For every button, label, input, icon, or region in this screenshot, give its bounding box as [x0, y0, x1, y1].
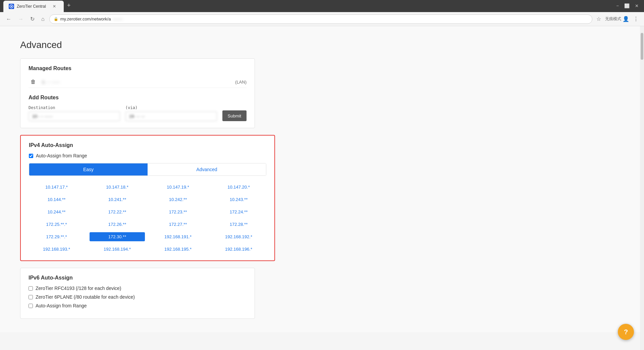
route-tag: (LAN) [235, 80, 247, 85]
managed-routes-card: Managed Routes 🗑 1·· ·· ······· (LAN) Ad… [20, 58, 255, 128]
auto-assign-label: Auto-Assign from Range [36, 153, 87, 158]
ipv6-auto-assign-section: IPv6 Auto-Assign ZeroTier RFC4193 (/128 … [20, 268, 255, 319]
ip-range-button[interactable]: 172.28.** [211, 220, 266, 229]
tab-label: ZeroTier Central [17, 4, 46, 9]
ip-range-button[interactable]: 10.144.** [29, 195, 84, 204]
url-text: my.zerotier.com/network/a [60, 16, 111, 21]
destination-label: Destination [29, 105, 120, 110]
ip-range-button[interactable]: 10.147.20.* [211, 183, 266, 192]
address-bar[interactable]: 🔒 my.zerotier.com/network/a ········ [49, 14, 592, 24]
ipv6-option: Auto-Assign from Range [29, 303, 247, 308]
ip-range-button[interactable]: 192.168.194.* [90, 245, 145, 254]
ip-range-button[interactable]: 10.242.** [150, 195, 206, 204]
tab-favicon [9, 4, 14, 9]
auto-assign-checkbox[interactable] [29, 154, 33, 158]
ipv6-option-label: ZeroTier 6PLANE (/80 routable for each d… [36, 294, 135, 300]
ipv4-auto-assign-section: IPv4 Auto-Assign Auto-Assign from Range … [20, 135, 275, 261]
ipv6-title: IPv6 Auto-Assign [29, 275, 247, 281]
new-tab-button[interactable]: + [64, 2, 73, 9]
ip-range-button[interactable]: 192.168.195.* [150, 245, 206, 254]
lock-icon: 🔒 [54, 17, 58, 21]
scrollbar-thumb[interactable] [641, 33, 643, 60]
forward-button[interactable]: → [16, 15, 25, 23]
back-button[interactable]: ← [4, 15, 13, 23]
incognito-label: 无痕模式 👤 [605, 16, 629, 22]
add-routes-title: Add Routes [29, 95, 247, 101]
window-maximize-btn[interactable]: ⬜ [622, 3, 632, 9]
ipv6-option-checkbox[interactable] [29, 304, 33, 308]
ipv6-option-label: Auto-Assign from Range [36, 303, 87, 308]
ip-range-button[interactable]: 192.168.192.* [211, 232, 266, 241]
ip-range-button[interactable]: 10.147.18.* [90, 183, 145, 192]
tab-close-btn[interactable]: ✕ [53, 4, 56, 9]
ipv6-option-checkbox[interactable] [29, 295, 33, 299]
ip-range-button[interactable]: 172.29.**.* [29, 232, 84, 241]
ipv6-option-checkbox[interactable] [29, 286, 33, 291]
route-ip: 1·· ·· ······· [42, 80, 231, 85]
ip-range-button[interactable]: 192.168.191.* [150, 232, 206, 241]
ipv6-option-label: ZeroTier RFC4193 (/128 for each device) [36, 286, 121, 291]
ip-range-grid: 10.147.17.*10.147.18.*10.147.19.*10.147.… [29, 183, 266, 254]
account-icon: 👤 [623, 16, 629, 22]
table-row: 🗑 1·· ·· ······· (LAN) [29, 76, 247, 88]
destination-input[interactable] [29, 111, 120, 121]
ip-range-button[interactable]: 172.25.**.* [29, 220, 84, 229]
ipv6-option: ZeroTier RFC4193 (/128 for each device) [29, 286, 247, 291]
ip-range-button[interactable]: 172.30.** [90, 232, 145, 241]
scrollbar[interactable] [640, 26, 644, 332]
easy-tab-button[interactable]: Easy [29, 163, 148, 176]
ip-range-button[interactable]: 10.147.19.* [150, 183, 206, 192]
ip-range-button[interactable]: 172.22.** [90, 207, 145, 216]
page-title: Advanced [20, 40, 335, 50]
bookmark-button[interactable]: ☆ [595, 14, 602, 23]
ip-range-button[interactable]: 10.241.** [90, 195, 145, 204]
svg-point-1 [11, 6, 12, 7]
ip-range-button[interactable]: 172.26.** [90, 220, 145, 229]
managed-routes-title: Managed Routes [29, 65, 247, 71]
ip-range-button[interactable]: 172.24.** [211, 207, 266, 216]
submit-button[interactable]: Submit [222, 110, 247, 121]
ip-range-button[interactable]: 10.243.** [211, 195, 266, 204]
home-button[interactable]: ⌂ [39, 15, 47, 23]
ip-range-button[interactable]: 172.27.** [150, 220, 206, 229]
via-label: (via) [125, 105, 217, 110]
reload-button[interactable]: ↻ [28, 14, 37, 23]
browser-tab-active[interactable]: ZeroTier Central ✕ [3, 1, 64, 12]
window-minimize-btn[interactable]: − [613, 3, 622, 9]
ipv6-option: ZeroTier 6PLANE (/80 routable for each d… [29, 294, 247, 300]
ip-range-button[interactable]: 192.168.193.* [29, 245, 84, 254]
menu-button[interactable]: ⋮ [632, 14, 640, 23]
ipv4-title: IPv4 Auto-Assign [29, 142, 266, 148]
ip-range-button[interactable]: 192.168.196.* [211, 245, 266, 254]
advanced-tab-button[interactable]: Advanced [148, 163, 266, 176]
ip-range-button[interactable]: 172.23.** [150, 207, 206, 216]
ip-range-button[interactable]: 10.147.17.* [29, 183, 84, 192]
window-close-btn[interactable]: ✕ [632, 3, 641, 9]
ip-range-button[interactable]: 10.244.** [29, 207, 84, 216]
via-input[interactable] [125, 111, 217, 121]
route-delete-button[interactable]: 🗑 [29, 78, 38, 86]
url-blurred-part: ········ [113, 16, 122, 21]
